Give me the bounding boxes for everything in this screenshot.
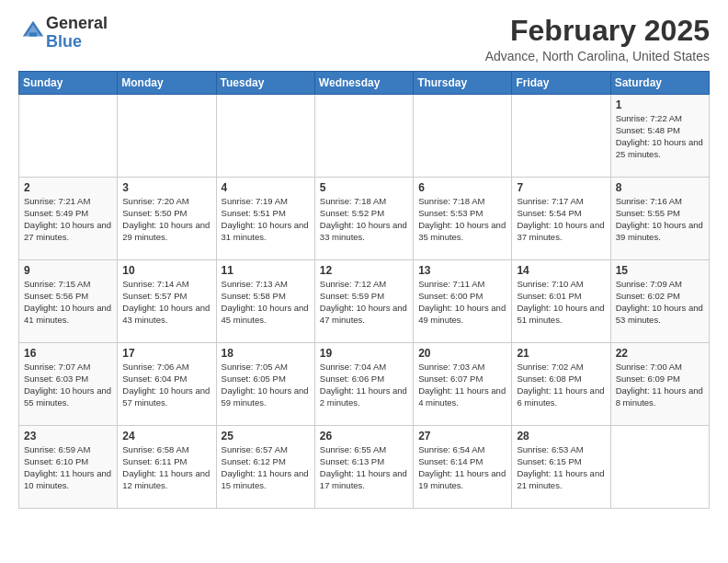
day-number: 19	[320, 347, 408, 360]
day-info: Sunrise: 7:18 AM Sunset: 5:53 PM Dayligh…	[418, 196, 506, 243]
weekday-thursday: Thursday	[414, 72, 512, 95]
calendar-cell: 13Sunrise: 7:11 AM Sunset: 6:00 PM Dayli…	[414, 260, 512, 343]
svg-rect-2	[29, 32, 37, 36]
day-info: Sunrise: 6:54 AM Sunset: 6:14 PM Dayligh…	[418, 444, 506, 491]
calendar-cell: 28Sunrise: 6:53 AM Sunset: 6:15 PM Dayli…	[512, 426, 610, 509]
day-number: 16	[24, 347, 112, 360]
day-info: Sunrise: 6:53 AM Sunset: 6:15 PM Dayligh…	[517, 444, 605, 491]
calendar-cell: 18Sunrise: 7:05 AM Sunset: 6:05 PM Dayli…	[216, 343, 314, 426]
logo-blue: Blue	[46, 32, 82, 51]
calendar-cell: 22Sunrise: 7:00 AM Sunset: 6:09 PM Dayli…	[610, 343, 709, 426]
calendar-cell: 25Sunrise: 6:57 AM Sunset: 6:12 PM Dayli…	[216, 426, 314, 509]
calendar-cell: 5Sunrise: 7:18 AM Sunset: 5:52 PM Daylig…	[314, 178, 413, 260]
calendar-cell	[216, 95, 314, 178]
day-info: Sunrise: 7:00 AM Sunset: 6:09 PM Dayligh…	[616, 362, 704, 408]
day-info: Sunrise: 7:15 AM Sunset: 5:56 PM Dayligh…	[24, 279, 112, 326]
location: Advance, North Carolina, United States	[485, 49, 710, 63]
weekday-wednesday: Wednesday	[314, 72, 413, 95]
day-info: Sunrise: 6:57 AM Sunset: 6:12 PM Dayligh…	[222, 444, 310, 491]
day-info: Sunrise: 7:12 AM Sunset: 5:59 PM Dayligh…	[320, 279, 408, 326]
calendar-cell: 21Sunrise: 7:02 AM Sunset: 6:08 PM Dayli…	[512, 343, 610, 426]
page-header: General Blue February 2025 Advance, Nort…	[18, 15, 710, 63]
calendar-cell	[314, 95, 413, 178]
day-info: Sunrise: 7:05 AM Sunset: 6:05 PM Dayligh…	[222, 362, 310, 408]
day-info: Sunrise: 6:58 AM Sunset: 6:11 PM Dayligh…	[122, 444, 210, 491]
day-number: 28	[517, 430, 605, 442]
calendar-cell: 20Sunrise: 7:03 AM Sunset: 6:07 PM Dayli…	[414, 343, 512, 426]
day-number: 17	[122, 347, 210, 360]
calendar-cell: 10Sunrise: 7:14 AM Sunset: 5:57 PM Dayli…	[118, 260, 216, 343]
day-number: 18	[222, 347, 310, 360]
title-block: February 2025 Advance, North Carolina, U…	[485, 15, 710, 63]
calendar-cell: 14Sunrise: 7:10 AM Sunset: 6:01 PM Dayli…	[512, 260, 610, 343]
day-number: 25	[222, 430, 310, 442]
day-number: 7	[517, 181, 605, 194]
calendar-cell: 24Sunrise: 6:58 AM Sunset: 6:11 PM Dayli…	[118, 426, 216, 509]
weekday-monday: Monday	[118, 72, 216, 95]
week-row-5: 23Sunrise: 6:59 AM Sunset: 6:10 PM Dayli…	[19, 426, 710, 509]
day-number: 23	[24, 430, 112, 442]
day-info: Sunrise: 7:11 AM Sunset: 6:00 PM Dayligh…	[418, 279, 506, 326]
week-row-4: 16Sunrise: 7:07 AM Sunset: 6:03 PM Dayli…	[19, 343, 710, 426]
month-title: February 2025	[485, 15, 710, 47]
calendar-cell	[19, 95, 118, 178]
calendar-cell: 8Sunrise: 7:16 AM Sunset: 5:55 PM Daylig…	[610, 178, 709, 260]
day-info: Sunrise: 7:16 AM Sunset: 5:55 PM Dayligh…	[616, 196, 704, 243]
day-info: Sunrise: 7:06 AM Sunset: 6:04 PM Dayligh…	[122, 362, 210, 408]
day-info: Sunrise: 6:59 AM Sunset: 6:10 PM Dayligh…	[24, 444, 112, 491]
calendar-cell: 6Sunrise: 7:18 AM Sunset: 5:53 PM Daylig…	[414, 178, 512, 260]
logo-text: General Blue	[46, 15, 108, 52]
day-number: 26	[320, 430, 408, 442]
day-info: Sunrise: 7:02 AM Sunset: 6:08 PM Dayligh…	[517, 362, 605, 408]
day-number: 4	[222, 181, 310, 194]
calendar-table: SundayMondayTuesdayWednesdayThursdayFrid…	[18, 71, 710, 509]
calendar-cell: 11Sunrise: 7:13 AM Sunset: 5:58 PM Dayli…	[216, 260, 314, 343]
calendar-cell	[512, 95, 610, 178]
calendar-cell: 3Sunrise: 7:20 AM Sunset: 5:50 PM Daylig…	[118, 178, 216, 260]
day-info: Sunrise: 7:20 AM Sunset: 5:50 PM Dayligh…	[122, 196, 210, 243]
day-number: 5	[320, 181, 408, 194]
day-number: 13	[418, 264, 506, 277]
calendar-cell: 1Sunrise: 7:22 AM Sunset: 5:48 PM Daylig…	[610, 95, 709, 178]
calendar-cell	[610, 426, 709, 509]
week-row-3: 9Sunrise: 7:15 AM Sunset: 5:56 PM Daylig…	[19, 260, 710, 343]
day-info: Sunrise: 7:09 AM Sunset: 6:02 PM Dayligh…	[616, 279, 704, 326]
calendar-cell: 9Sunrise: 7:15 AM Sunset: 5:56 PM Daylig…	[19, 260, 118, 343]
calendar-cell: 7Sunrise: 7:17 AM Sunset: 5:54 PM Daylig…	[512, 178, 610, 260]
day-number: 6	[418, 181, 506, 194]
day-number: 9	[24, 264, 112, 277]
calendar-cell: 2Sunrise: 7:21 AM Sunset: 5:49 PM Daylig…	[19, 178, 118, 260]
day-info: Sunrise: 7:14 AM Sunset: 5:57 PM Dayligh…	[122, 279, 210, 326]
day-number: 11	[222, 264, 310, 277]
day-number: 8	[616, 181, 704, 194]
day-number: 27	[418, 430, 506, 442]
day-number: 14	[517, 264, 605, 277]
week-row-2: 2Sunrise: 7:21 AM Sunset: 5:49 PM Daylig…	[19, 178, 710, 260]
day-info: Sunrise: 7:13 AM Sunset: 5:58 PM Dayligh…	[222, 279, 310, 326]
weekday-saturday: Saturday	[610, 72, 709, 95]
calendar-cell: 16Sunrise: 7:07 AM Sunset: 6:03 PM Dayli…	[19, 343, 118, 426]
weekday-sunday: Sunday	[19, 72, 118, 95]
day-info: Sunrise: 7:19 AM Sunset: 5:51 PM Dayligh…	[222, 196, 310, 243]
day-number: 12	[320, 264, 408, 277]
weekday-header-row: SundayMondayTuesdayWednesdayThursdayFrid…	[19, 72, 710, 95]
calendar-cell: 19Sunrise: 7:04 AM Sunset: 6:06 PM Dayli…	[314, 343, 413, 426]
day-info: Sunrise: 7:04 AM Sunset: 6:06 PM Dayligh…	[320, 362, 408, 408]
calendar-cell: 15Sunrise: 7:09 AM Sunset: 6:02 PM Dayli…	[610, 260, 709, 343]
day-info: Sunrise: 7:17 AM Sunset: 5:54 PM Dayligh…	[517, 196, 605, 243]
day-info: Sunrise: 7:18 AM Sunset: 5:52 PM Dayligh…	[320, 196, 408, 243]
calendar-cell	[414, 95, 512, 178]
day-number: 2	[24, 181, 112, 194]
day-info: Sunrise: 7:03 AM Sunset: 6:07 PM Dayligh…	[418, 362, 506, 408]
day-info: Sunrise: 7:07 AM Sunset: 6:03 PM Dayligh…	[24, 362, 112, 408]
day-info: Sunrise: 7:21 AM Sunset: 5:49 PM Dayligh…	[24, 196, 112, 243]
day-number: 10	[122, 264, 210, 277]
weekday-tuesday: Tuesday	[216, 72, 314, 95]
calendar-cell: 17Sunrise: 7:06 AM Sunset: 6:04 PM Dayli…	[118, 343, 216, 426]
logo-icon	[20, 18, 46, 44]
calendar-cell: 23Sunrise: 6:59 AM Sunset: 6:10 PM Dayli…	[19, 426, 118, 509]
logo: General Blue	[18, 15, 108, 52]
calendar-cell: 12Sunrise: 7:12 AM Sunset: 5:59 PM Dayli…	[314, 260, 413, 343]
day-number: 21	[517, 347, 605, 360]
day-info: Sunrise: 6:55 AM Sunset: 6:13 PM Dayligh…	[320, 444, 408, 491]
